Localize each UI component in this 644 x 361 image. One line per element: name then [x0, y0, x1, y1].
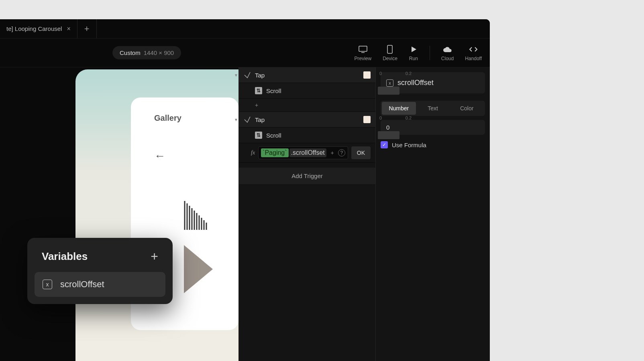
trigger-label: Tap	[255, 116, 359, 123]
gallery-graphic-2	[184, 245, 214, 293]
scroll-icon: ⇅	[255, 132, 262, 139]
gallery-title: Gallery	[154, 114, 181, 123]
tab-color[interactable]: Color	[450, 102, 484, 115]
svg-rect-2	[387, 45, 392, 53]
device-button[interactable]: Device	[383, 45, 397, 61]
add-variable-button[interactable]: +	[151, 249, 158, 264]
inspector-panel: x scrollOffset Number Text Color 0 ✓ Use…	[376, 67, 490, 361]
timeline-ruler: 0 0.2	[379, 71, 412, 79]
action-scroll-1[interactable]: ⇅ Scroll	[239, 83, 375, 99]
add-tab-button[interactable]: +	[77, 19, 97, 39]
cloud-button[interactable]: Cloud	[441, 45, 454, 61]
tab-text[interactable]: Text	[416, 102, 450, 115]
formula-editor: fx `Paging` .scrollOffset + ? OK	[246, 143, 375, 162]
toolbar: Custom 1440 × 900 Preview Device Run	[0, 39, 490, 67]
size-label: Custom	[120, 49, 141, 56]
formula-ok-button[interactable]: OK	[351, 146, 371, 159]
plus-icon[interactable]: +	[331, 150, 334, 156]
variable-item[interactable]: x scrollOffset	[35, 272, 165, 297]
formula-actions: + ?	[331, 149, 345, 156]
triggers-panel: ▼ Tap 0 0.2 ⇅ Scroll +	[238, 67, 376, 361]
preview-label: Preview	[354, 56, 371, 61]
variable-item-label: scrollOffset	[60, 279, 104, 290]
action-scroll-2[interactable]: ⇅ Scroll	[239, 128, 375, 143]
device-label: Device	[383, 56, 397, 61]
toolbar-divider	[430, 46, 430, 60]
trigger-group-1: ▼ Tap 0 0.2 ⇅ Scroll +	[239, 67, 375, 112]
disclosure-icon[interactable]: ▼	[234, 118, 238, 122]
action-label: Scroll	[266, 87, 281, 94]
add-trigger-button[interactable]: Add Trigger	[239, 168, 375, 184]
checkbox-icon[interactable]: ✓	[381, 141, 388, 148]
tab-number[interactable]: Number	[382, 102, 416, 115]
formula-token: `Paging`	[261, 148, 288, 157]
preview-button[interactable]: Preview	[354, 45, 371, 61]
color-swatch[interactable]	[363, 116, 371, 123]
trigger-group-2: ▼ Tap 0 0.2 ⇅ Scroll fx	[239, 112, 375, 163]
tap-icon	[244, 71, 251, 79]
toolbar-actions: Preview Device Run Cloud	[354, 45, 482, 61]
timeline-tick-1: 0.2	[406, 71, 412, 79]
cloud-icon	[443, 45, 452, 54]
gallery-graphic-1	[154, 201, 213, 230]
help-icon[interactable]: ?	[338, 149, 345, 156]
document-tab[interactable]: te] Looping Carousel ×	[0, 19, 77, 39]
popup-header: Variables +	[35, 245, 165, 272]
action-label: Scroll	[266, 132, 281, 139]
scroll-icon: ⇅	[255, 87, 262, 94]
formula-input[interactable]: `Paging` .scrollOffset + ?	[258, 146, 348, 159]
tap-icon	[244, 116, 251, 123]
run-label: Run	[409, 56, 418, 61]
size-selector[interactable]: Custom 1440 × 900	[112, 46, 181, 59]
variable-icon: x	[386, 79, 393, 87]
canvas[interactable]: Gallery ←	[0, 67, 238, 361]
trigger-label: Tap	[255, 72, 359, 79]
phone-icon	[385, 45, 395, 54]
run-button[interactable]: Run	[409, 45, 418, 61]
use-formula-label: Use Formula	[392, 142, 426, 148]
timeline-tick-1: 0.2	[406, 116, 412, 124]
app-window: te] Looping Carousel × + Custom 1440 × 9…	[0, 19, 490, 361]
variables-popup: Variables + x scrollOffset	[27, 238, 173, 304]
plus-icon: +	[255, 102, 258, 108]
type-tabs: Number Text Color	[381, 101, 485, 116]
disclosure-icon[interactable]: ▼	[234, 73, 238, 77]
main-area: Gallery ←	[0, 67, 490, 361]
add-action-1[interactable]: +	[239, 99, 375, 112]
popup-title: Variables	[42, 250, 88, 263]
fx-icon: fx	[251, 150, 255, 156]
color-swatch[interactable]	[363, 71, 371, 79]
tab-title: te] Looping Carousel	[6, 25, 62, 32]
play-icon	[409, 45, 418, 54]
timeline-tick-0: 0	[379, 116, 382, 124]
timeline-tick-0: 0	[379, 71, 382, 79]
size-dimensions: 1440 × 900	[144, 49, 174, 56]
use-formula-row[interactable]: ✓ Use Formula	[381, 141, 485, 148]
variable-icon: x	[43, 280, 52, 289]
code-icon	[469, 45, 478, 54]
svg-rect-0	[359, 46, 367, 51]
handoff-label: Handoff	[465, 56, 482, 61]
variable-name: scrollOffset	[397, 79, 434, 87]
trigger-tap-2[interactable]: ▼ Tap 0 0.2	[239, 112, 375, 128]
close-icon[interactable]: ×	[67, 25, 70, 32]
trigger-tap-1[interactable]: ▼ Tap 0 0.2	[239, 67, 375, 83]
back-arrow-icon[interactable]: ←	[154, 150, 165, 162]
cloud-label: Cloud	[441, 56, 454, 61]
handoff-button[interactable]: Handoff	[465, 45, 482, 61]
tab-bar: te] Looping Carousel × +	[0, 19, 490, 39]
desktop-icon	[358, 45, 368, 54]
timeline-ruler: 0 0.2	[379, 116, 412, 124]
formula-property: .scrollOffset	[289, 148, 326, 157]
